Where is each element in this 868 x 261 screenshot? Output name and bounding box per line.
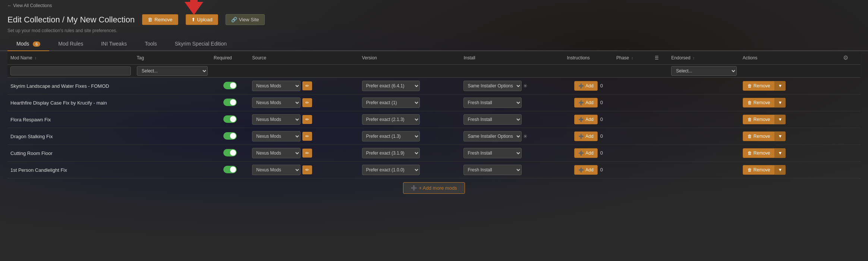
add-instructions-button[interactable]: ➕ Add <box>574 81 597 91</box>
add-instructions-button[interactable]: ➕ Add <box>574 165 597 175</box>
remove-mod-button[interactable]: 🗑 Remove <box>743 165 775 175</box>
add-instructions-button[interactable]: ➕ Add <box>574 98 597 108</box>
version-select[interactable]: Prefer exact (6.4.1) <box>362 81 420 91</box>
endorsed-sort-icon: ↕ <box>693 56 695 60</box>
source-select[interactable]: Nexus Mods Direct Other <box>252 81 301 91</box>
remove-mod-dropdown-button[interactable]: ▼ <box>775 165 786 175</box>
remove-mod-label: Remove <box>754 117 770 122</box>
col-header-settings[interactable]: ⚙ <box>839 51 861 65</box>
version-select[interactable]: Prefer exact (1.0.0) <box>362 165 420 175</box>
action-group: 🗑 Remove ▼ <box>743 165 786 175</box>
edit-source-button[interactable]: ✏ <box>302 149 312 158</box>
edit-source-button[interactable]: ✏ <box>302 81 312 90</box>
source-select[interactable]: Nexus Mods Direct Other <box>252 114 301 125</box>
add-instructions-button[interactable]: ➕ Add <box>574 115 597 124</box>
remove-mod-label: Remove <box>754 100 770 105</box>
edit-source-button[interactable]: ✏ <box>302 98 312 107</box>
col-header-modname[interactable]: Mod Name ↕ <box>7 51 134 65</box>
version-select[interactable]: Prefer exact (3.1.9) <box>362 148 420 158</box>
install-select[interactable]: Fresh InstallSame Installer Options <box>463 97 522 108</box>
remove-mod-dropdown-button[interactable]: ▼ <box>775 81 786 91</box>
required-toggle[interactable] <box>223 82 237 89</box>
remove-icon: 🗑 <box>148 17 152 22</box>
source-select[interactable]: Nexus Mods Direct Other <box>252 165 301 175</box>
phase-cell <box>613 94 652 111</box>
tab-ini-tweaks[interactable]: INI Tweaks <box>92 37 136 51</box>
remove-button[interactable]: 🗑 Remove <box>142 14 178 25</box>
install-select[interactable]: Fresh InstallSame Installer Options <box>463 81 522 91</box>
phase-cell <box>613 145 652 162</box>
install-select[interactable]: Fresh InstallSame Installer Options <box>463 165 522 175</box>
mod-name-filter-input[interactable] <box>10 66 131 75</box>
page-title: Edit Collection / My New Collection <box>7 15 135 25</box>
remove-mod-dropdown-button[interactable]: ▼ <box>775 98 786 108</box>
phase-cell <box>613 128 652 145</box>
remove-mod-dropdown-button[interactable]: ▼ <box>775 131 786 141</box>
add-instructions-label: Add <box>585 134 593 139</box>
mods-table: Mod Name ↕ Tag Required Source Version I… <box>7 51 861 178</box>
install-select[interactable]: Fresh InstallSame Installer Options <box>463 148 522 158</box>
add-instructions-button[interactable]: ➕ Add <box>574 148 597 158</box>
remove-mod-button[interactable]: 🗑 Remove <box>743 81 775 91</box>
install-select[interactable]: Fresh InstallSame Installer Options <box>463 131 522 142</box>
table-row: Dragon Stalking Fix Nexus Mods Direct Ot… <box>7 128 861 145</box>
list-cell <box>652 94 668 111</box>
remove-mod-dropdown-button[interactable]: ▼ <box>775 115 786 124</box>
back-link[interactable]: ← View All Collections <box>7 3 52 8</box>
instructions-count: 0 <box>600 150 603 156</box>
list-cell <box>652 128 668 145</box>
tab-skyrim[interactable]: Skyrim Special Edition <box>166 37 236 51</box>
tab-mods[interactable]: Mods 6 <box>7 37 49 51</box>
mod-name-cell: Hearthfire Display Case Fix by Krucify -… <box>10 100 107 106</box>
table-settings-icon[interactable]: ⚙ <box>842 53 850 62</box>
required-toggle[interactable] <box>223 166 237 173</box>
edit-source-button[interactable]: ✏ <box>302 115 312 124</box>
required-toggle[interactable] <box>223 115 237 123</box>
upload-icon: ⬆ <box>191 17 195 22</box>
action-group: 🗑 Remove ▼ <box>743 98 786 108</box>
required-toggle[interactable] <box>223 149 237 156</box>
version-select[interactable]: Prefer exact (2.1.3) <box>362 114 420 125</box>
wrench-icon[interactable]: ✳ <box>523 83 528 89</box>
mod-name-cell: 1st Person Candlelight Fix <box>10 167 67 173</box>
install-select[interactable]: Fresh InstallSame Installer Options <box>463 114 522 125</box>
endorsed-cell <box>668 128 740 145</box>
remove-mod-button[interactable]: 🗑 Remove <box>743 131 775 141</box>
add-instructions-label: Add <box>585 167 593 173</box>
mod-name-cell: Cutting Room Floor <box>10 150 53 156</box>
add-instructions-icon: ➕ <box>578 117 584 122</box>
edit-source-button[interactable]: ✏ <box>302 132 312 141</box>
mod-name-cell: Dragon Stalking Fix <box>10 134 53 139</box>
required-toggle[interactable] <box>223 132 237 140</box>
tag-filter-select[interactable]: Select... <box>137 66 208 76</box>
add-more-icon: ➕ <box>411 185 417 191</box>
wrench-icon[interactable]: ✳ <box>523 133 528 139</box>
mod-name-cell: Flora Respawn Fix <box>10 117 51 122</box>
add-instructions-button[interactable]: ➕ Add <box>574 131 597 141</box>
edit-source-button[interactable]: ✏ <box>302 165 312 174</box>
svg-marker-0 <box>185 0 203 15</box>
version-select[interactable]: Prefer exact (1.3) <box>362 131 420 142</box>
col-header-list[interactable]: ☰ <box>652 51 668 65</box>
remove-mod-button[interactable]: 🗑 Remove <box>743 98 775 108</box>
remove-mod-dropdown-button[interactable]: ▼ <box>775 148 786 158</box>
source-select[interactable]: Nexus Mods Direct Other <box>252 148 301 158</box>
endorsed-filter-select[interactable]: Select... <box>671 66 737 76</box>
remove-mod-button[interactable]: 🗑 Remove <box>743 115 775 124</box>
endorsed-cell <box>668 162 740 178</box>
remove-mod-button[interactable]: 🗑 Remove <box>743 148 775 158</box>
version-select[interactable]: Prefer exact (1) <box>362 97 420 108</box>
col-header-phase[interactable]: Phase ↕ <box>613 51 652 65</box>
add-more-mods-button[interactable]: ➕ + Add more mods <box>403 182 465 194</box>
tab-skyrim-label: Skyrim Special Edition <box>175 41 227 47</box>
required-toggle[interactable] <box>223 99 237 106</box>
tab-mod-rules[interactable]: Mod Rules <box>49 37 92 51</box>
source-select[interactable]: Nexus Mods Direct Other <box>252 97 301 108</box>
upload-label: Upload <box>197 17 213 22</box>
tab-ini-tweaks-label: INI Tweaks <box>101 41 127 47</box>
col-header-endorsed[interactable]: Endorsed ↕ <box>668 51 740 65</box>
tab-tools[interactable]: Tools <box>136 37 166 51</box>
row-settings-cell <box>839 128 861 145</box>
source-select[interactable]: Nexus Mods Direct Other <box>252 131 301 142</box>
view-site-button[interactable]: 🔗 View Site <box>226 14 265 25</box>
